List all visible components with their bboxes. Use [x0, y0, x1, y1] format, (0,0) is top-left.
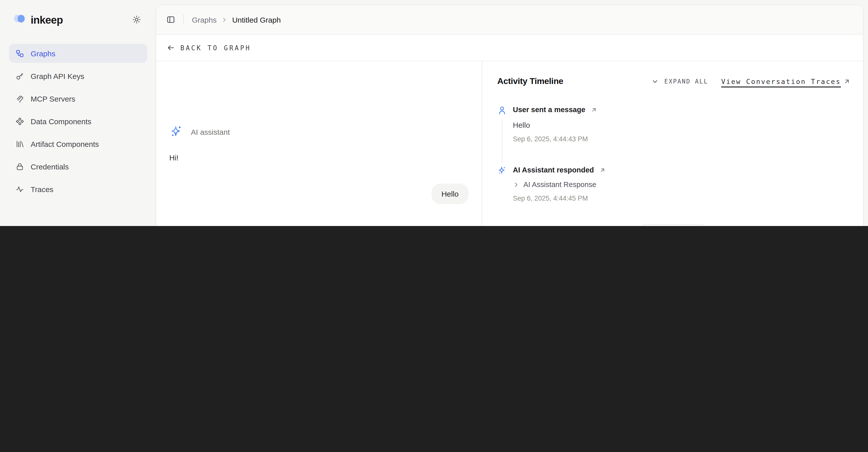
refresh-button[interactable]: REFRESH — [641, 224, 707, 226]
breadcrumb-bar: Graphs Untitled Graph — [156, 5, 863, 35]
timeline-item-body: Hello — [513, 121, 850, 129]
timeline-item-timestamp: Sep 6, 2025, 4:44:43 PM — [513, 135, 850, 143]
arrow-left-icon — [167, 44, 175, 52]
back-to-graph-button[interactable]: BACK TO GRAPH — [156, 35, 863, 61]
sparkles-icon — [497, 166, 507, 175]
assistant-label: AI assistant — [191, 128, 230, 136]
breadcrumb-current: Untitled Graph — [232, 15, 281, 24]
assistant-header: AI assistant — [169, 125, 469, 139]
sidebar-nav: Graphs Graph API Keys MCP Servers — [0, 44, 156, 199]
breadcrumb-graphs-link[interactable]: Graphs — [192, 15, 217, 24]
inkeep-logo-icon — [12, 13, 27, 27]
app-window: inkeep Graphs — [0, 0, 868, 226]
sidebar-item-artifact-components[interactable]: Artifact Components — [9, 134, 147, 153]
sidebar-item-data-components[interactable]: Data Components — [9, 112, 147, 131]
logo-wordmark: inkeep — [31, 14, 63, 26]
timeline-header: Activity Timeline EXPAND ALL View Conver… — [497, 77, 850, 86]
activity-icon — [16, 185, 24, 193]
sidebar-item-label: Data Components — [31, 117, 91, 125]
library-icon — [16, 140, 24, 148]
sidebar-item-mcp-servers[interactable]: MCP Servers — [9, 89, 147, 108]
divider — [183, 15, 184, 25]
sparkles-icon — [169, 125, 183, 139]
arrow-up-right-icon[interactable] — [591, 106, 597, 113]
timeline-item-user: User sent a message Hello Sep 6, 2025, 4… — [497, 106, 850, 143]
logo-row: inkeep — [0, 0, 156, 27]
sidebar-item-graph-api-keys[interactable]: Graph API Keys — [9, 66, 147, 85]
sidebar-item-label: MCP Servers — [31, 94, 75, 103]
sidebar-item-label: Graphs — [31, 49, 55, 58]
theme-toggle-sun-icon[interactable] — [132, 15, 141, 24]
sidebar-item-label: Traces — [31, 185, 54, 193]
sidebar-item-graphs[interactable]: Graphs — [9, 44, 147, 63]
timeline-item-title: User sent a message — [513, 106, 585, 114]
user-icon — [497, 106, 507, 115]
timeline-item-timestamp: Sep 6, 2025, 4:44:45 PM — [513, 195, 850, 202]
main-panel: Graphs Untitled Graph BACK TO GRAPH — [156, 5, 863, 226]
mcp-icon — [16, 94, 24, 103]
sidebar-item-label: Graph API Keys — [31, 72, 84, 80]
arrow-up-right-icon — [843, 78, 850, 85]
traces-link-label: View Conversation Traces — [721, 78, 841, 85]
sidebar-item-credentials[interactable]: Credentials — [9, 157, 147, 176]
assistant-message: Hi! — [169, 152, 469, 164]
component-icon — [16, 117, 24, 125]
chevron-down-icon[interactable] — [651, 78, 659, 85]
assistant-response-label: AI Assistant Response — [523, 180, 596, 189]
activity-timeline-panel: Activity Timeline EXPAND ALL View Conver… — [482, 61, 863, 226]
sidebar-item-traces[interactable]: Traces — [9, 179, 147, 199]
chat-panel: AI assistant Hi! Hello AI assistant — [156, 61, 482, 226]
sidebar-item-label: Artifact Components — [31, 140, 99, 148]
sidebar-toggle-icon[interactable] — [166, 15, 175, 24]
back-to-graph-label: BACK TO GRAPH — [180, 44, 251, 52]
timeline-title: Activity Timeline — [497, 77, 563, 86]
timeline-item-assistant: AI Assistant responded AI Assistant Resp… — [497, 166, 850, 202]
timeline-item-title: AI Assistant responded — [513, 166, 594, 174]
sidebar: inkeep Graphs — [0, 0, 156, 226]
workflow-icon — [16, 49, 24, 58]
lock-icon — [16, 162, 24, 171]
key-icon — [16, 72, 24, 80]
timeline-list: User sent a message Hello Sep 6, 2025, 4… — [497, 106, 850, 202]
user-message-bubble: Hello — [432, 184, 469, 204]
chevron-right-icon — [221, 16, 227, 23]
sidebar-item-label: Credentials — [31, 162, 69, 171]
view-conversation-traces-link[interactable]: View Conversation Traces — [721, 78, 850, 85]
timeline-connector — [502, 120, 502, 163]
chevron-right-icon — [513, 181, 519, 188]
assistant-response-toggle[interactable]: AI Assistant Response — [513, 180, 850, 189]
arrow-up-right-icon[interactable] — [599, 167, 606, 173]
expand-all-button[interactable]: EXPAND ALL — [664, 78, 708, 85]
